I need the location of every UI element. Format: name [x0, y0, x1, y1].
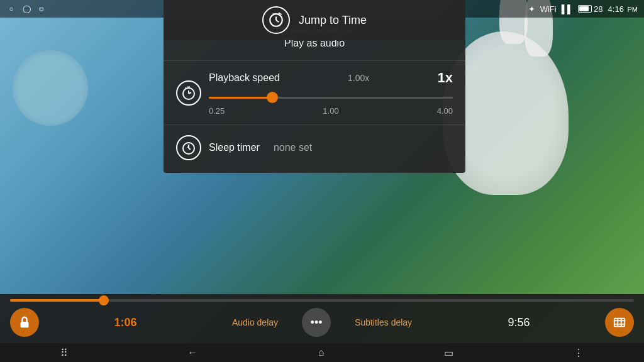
slider-fill	[209, 97, 272, 99]
nav-recents-button[interactable]: ▭	[431, 344, 466, 361]
slider-thumb[interactable]	[267, 92, 278, 103]
speed-top: Playback speed 1.00x 1x	[209, 70, 453, 86]
center-controls: Audio delay ••• Subtitles delay	[227, 308, 417, 337]
signal-icon: ▌▌	[562, 4, 573, 14]
battery-percent: 28	[594, 4, 602, 14]
icon-bulb: ◯	[21, 4, 31, 14]
resize-button[interactable]	[605, 308, 634, 337]
status-left: ○ ◯ ☺	[6, 4, 47, 14]
nav-more-button[interactable]: ⋮	[561, 344, 596, 361]
icon-circle: ○	[6, 4, 16, 14]
svg-line-17	[276, 20, 279, 22]
time-display: 4:16 PM	[608, 4, 638, 14]
progress-fill	[10, 299, 104, 302]
svg-text:Z: Z	[187, 143, 190, 149]
svg-rect-10	[614, 319, 625, 327]
speed-slider[interactable]	[209, 91, 453, 104]
speed-ticks: 0.25 1.00 4.00	[209, 106, 453, 116]
sleep-icon: Z	[176, 135, 201, 160]
sleep-label: Sleep timer	[209, 142, 260, 153]
jump-to-time-overlay[interactable]: Jump to Time	[164, 0, 465, 40]
tick-025: 0.25	[209, 106, 225, 116]
time-current: 1:06	[114, 316, 152, 329]
speed-bold: 1x	[438, 70, 453, 86]
nav-bar: ⠿ ← ⌂ ▭ ⋮	[0, 343, 644, 362]
bottom-bar: 1:06 Audio delay ••• Subtitles delay 9:5…	[0, 294, 644, 343]
jump-to-time-label: Jump to Time	[299, 14, 367, 27]
battery-indicator: 28	[578, 4, 602, 14]
playback-speed-row: Playback speed 1.00x 1x 0.25 1.00 4.00	[164, 65, 465, 121]
bluetooth-icon: ✦	[528, 4, 535, 14]
divider-2	[164, 124, 465, 125]
flower-left	[13, 50, 88, 126]
popup-menu: Big Buck Bunny-HD Play as audio Playback…	[164, 18, 465, 173]
speed-value: 1.00x	[348, 73, 369, 83]
lock-button[interactable]	[10, 308, 39, 337]
sleep-value: none set	[274, 142, 312, 153]
slider-track	[209, 97, 453, 99]
svg-rect-9	[21, 322, 29, 327]
status-right: ✦ WiFi ▌▌ 28 4:16 PM	[528, 4, 638, 14]
sleep-timer-row[interactable]: Z Sleep timer none set	[164, 129, 465, 167]
audio-delay-button[interactable]: Audio delay	[227, 315, 283, 330]
progress-track[interactable]	[10, 299, 634, 302]
jump-to-time-row: Jump to Time	[262, 6, 367, 34]
progress-row	[0, 294, 644, 304]
wifi-icon: WiFi	[540, 4, 557, 14]
clock-time: 4:16	[608, 4, 624, 14]
subtitles-delay-button[interactable]: Subtitles delay	[350, 315, 417, 330]
tick-400: 4.00	[437, 106, 453, 116]
svg-line-4	[186, 87, 186, 89]
icon-face: ☺	[36, 4, 47, 14]
time-total: 9:56	[492, 316, 530, 329]
nav-back-button[interactable]: ←	[175, 344, 211, 361]
controls-row: 1:06 Audio delay ••• Subtitles delay 9:5…	[0, 304, 644, 343]
progress-thumb[interactable]	[99, 295, 109, 305]
divider-1	[164, 60, 465, 61]
nav-grid-button[interactable]: ⠿	[48, 344, 80, 361]
nav-home-button[interactable]: ⌂	[306, 344, 337, 361]
speed-label-area: Playback speed 1.00x 1x 0.25 1.00 4.00	[209, 70, 453, 116]
jump-icon	[262, 6, 290, 34]
more-options-button[interactable]: •••	[302, 308, 331, 337]
tick-100: 1.00	[323, 106, 338, 116]
speed-label: Playback speed	[209, 72, 280, 84]
speed-icon	[176, 80, 201, 106]
clock-ampm: PM	[628, 6, 638, 13]
